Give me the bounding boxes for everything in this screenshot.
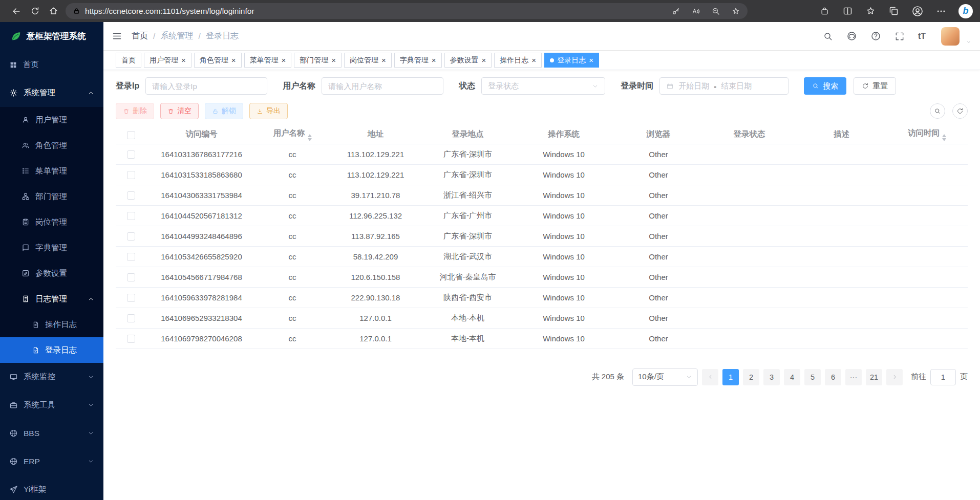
sidebar-item-dict[interactable]: 字典管理 xyxy=(0,235,103,260)
page-number-button[interactable]: 3 xyxy=(763,369,780,385)
browser-back-button[interactable] xyxy=(7,3,26,20)
sort-caret-icon[interactable] xyxy=(942,134,946,142)
sidebar-item-bbs[interactable]: BBS xyxy=(0,419,103,447)
page-number-button[interactable]: 1 xyxy=(722,369,739,385)
key-icon[interactable] xyxy=(671,7,680,16)
bing-icon[interactable]: b xyxy=(958,4,973,18)
tab-close-icon[interactable]: × xyxy=(432,56,436,64)
page-number-button[interactable]: 5 xyxy=(804,369,821,385)
favorites-icon[interactable] xyxy=(731,7,740,16)
sidebar-item-menu[interactable]: 菜单管理 xyxy=(0,158,103,184)
tab-item[interactable]: 字典管理× xyxy=(394,53,442,68)
refresh-table-button[interactable] xyxy=(952,103,968,119)
tab-item[interactable]: 首页 xyxy=(116,53,141,68)
row-checkbox[interactable] xyxy=(127,294,135,302)
tab-close-icon[interactable]: × xyxy=(531,56,536,64)
search-button[interactable]: 搜索 xyxy=(804,77,846,95)
address-bar[interactable]: https://ccnetcore.com:1101/system/log/lo… xyxy=(66,3,748,19)
tab-item[interactable]: 菜单管理× xyxy=(244,53,292,68)
extensions-icon[interactable] xyxy=(819,6,830,16)
split-screen-icon[interactable] xyxy=(842,6,853,16)
row-checkbox[interactable] xyxy=(127,335,135,343)
next-page-button[interactable] xyxy=(886,369,903,385)
font-size-icon[interactable]: tT xyxy=(918,32,926,41)
row-checkbox[interactable] xyxy=(127,232,135,241)
sidebar-item-dept[interactable]: 部门管理 xyxy=(0,184,103,209)
user-name-input[interactable] xyxy=(328,82,437,91)
more-pages-button[interactable]: ··· xyxy=(845,369,862,385)
tab-close-icon[interactable]: × xyxy=(381,56,386,64)
sort-caret-icon[interactable] xyxy=(308,134,312,142)
page-size-select[interactable]: 10条/页 xyxy=(632,368,698,386)
login-ip-field[interactable] xyxy=(145,77,267,95)
profile-icon[interactable] xyxy=(911,5,924,17)
caret-down-icon[interactable] xyxy=(966,39,972,46)
reset-button[interactable]: 重置 xyxy=(854,77,896,95)
login-ip-input[interactable] xyxy=(152,82,261,91)
page-number-button[interactable]: 2 xyxy=(743,369,759,385)
sidebar-item-param[interactable]: 参数设置 xyxy=(0,260,103,286)
fullscreen-icon[interactable] xyxy=(894,31,905,41)
sidebar-item-yi[interactable]: Yi框架 xyxy=(0,475,103,500)
tab-item[interactable]: 角色管理× xyxy=(194,53,242,68)
tab-item[interactable]: 部门管理× xyxy=(294,53,342,68)
sidebar-item-monitor[interactable]: 系统监控 xyxy=(0,363,103,391)
sidebar-item-erp[interactable]: ERP xyxy=(0,447,103,475)
zoom-icon[interactable] xyxy=(711,7,720,16)
browser-home-button[interactable] xyxy=(44,3,62,20)
export-button[interactable]: 导出 xyxy=(249,103,288,119)
tab-close-icon[interactable]: × xyxy=(331,56,336,64)
page-number-button[interactable]: 6 xyxy=(825,369,841,385)
sidebar-item-tools[interactable]: 系统工具 xyxy=(0,391,103,419)
goto-page-input[interactable] xyxy=(930,369,956,385)
prev-page-button[interactable] xyxy=(702,369,718,385)
breadcrumb-item[interactable]: 系统管理 xyxy=(160,31,193,41)
row-checkbox[interactable] xyxy=(127,253,135,261)
breadcrumb-item[interactable]: 首页 xyxy=(132,31,148,41)
read-aloud-icon[interactable] xyxy=(691,7,700,16)
favorites-bar-icon[interactable] xyxy=(865,6,876,16)
search-icon[interactable] xyxy=(823,31,833,41)
status-select[interactable]: 登录状态 xyxy=(481,77,605,95)
sidebar-item-log[interactable]: 日志管理 xyxy=(0,286,103,312)
sidebar-item-operation-log[interactable]: 操作日志 xyxy=(0,312,103,337)
unlock-button[interactable]: 解锁 xyxy=(205,103,243,119)
column-header[interactable]: 用户名称 xyxy=(257,125,328,144)
row-checkbox[interactable] xyxy=(127,150,135,159)
tab-close-icon[interactable]: × xyxy=(482,56,486,64)
row-checkbox[interactable] xyxy=(127,314,135,322)
help-icon[interactable] xyxy=(870,31,881,41)
more-icon[interactable] xyxy=(936,6,946,16)
last-page-button[interactable]: 21 xyxy=(866,369,882,385)
user-avatar[interactable] xyxy=(941,27,960,46)
sidebar-item-home[interactable]: 首页 xyxy=(0,51,103,79)
row-checkbox[interactable] xyxy=(127,191,135,200)
sidebar-item-login-log[interactable]: 登录日志 xyxy=(0,337,103,363)
column-header[interactable]: 访问时间 xyxy=(886,125,968,144)
row-checkbox[interactable] xyxy=(127,212,135,220)
collections-icon[interactable] xyxy=(888,6,899,16)
tab-close-icon[interactable]: × xyxy=(231,56,236,64)
row-checkbox[interactable] xyxy=(127,171,135,179)
tab-close-icon[interactable]: × xyxy=(589,56,593,64)
browser-refresh-button[interactable] xyxy=(26,3,44,20)
sidebar-item-user[interactable]: 用户管理 xyxy=(0,107,103,133)
sidebar-item-system[interactable]: 系统管理 xyxy=(0,79,103,107)
tab-item[interactable]: 登录日志× xyxy=(544,53,599,68)
tab-item[interactable]: 操作日志× xyxy=(494,53,542,68)
row-checkbox[interactable] xyxy=(127,273,135,281)
tab-close-icon[interactable]: × xyxy=(282,56,286,64)
user-name-field[interactable] xyxy=(322,77,443,95)
sidebar-item-role[interactable]: 角色管理 xyxy=(0,133,103,158)
tab-item[interactable]: 参数设置× xyxy=(444,53,492,68)
clear-button[interactable]: 清空 xyxy=(160,103,199,119)
tab-close-icon[interactable]: × xyxy=(181,56,186,64)
tab-item[interactable]: 岗位管理× xyxy=(344,53,392,68)
select-all-checkbox[interactable] xyxy=(127,131,135,139)
page-number-button[interactable]: 4 xyxy=(784,369,800,385)
delete-button[interactable]: 删除 xyxy=(116,103,154,119)
github-icon[interactable] xyxy=(846,31,857,41)
url-text[interactable]: https://ccnetcore.com:1101/system/log/lo… xyxy=(85,7,667,16)
sidebar-toggle-button[interactable] xyxy=(112,31,122,41)
sidebar-item-post[interactable]: 岗位管理 xyxy=(0,209,103,235)
